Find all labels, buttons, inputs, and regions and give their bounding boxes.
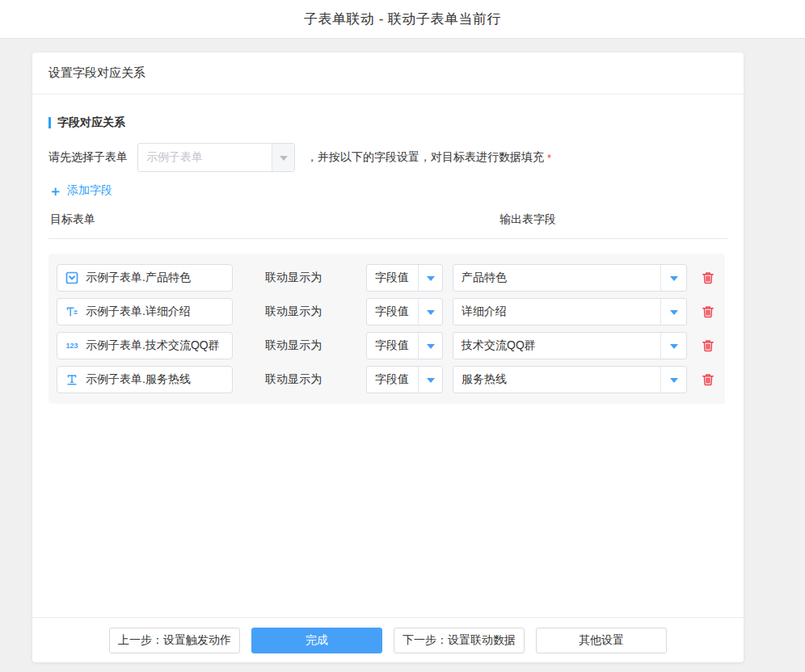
add-field-button[interactable]: ＋ 添加字段 bbox=[48, 183, 112, 198]
mode-select-value: 字段值 bbox=[367, 367, 418, 393]
add-field-label: 添加字段 bbox=[67, 183, 112, 198]
target-field-label: 示例子表单.服务热线 bbox=[86, 372, 191, 387]
mode-select-arrow bbox=[418, 333, 442, 359]
chevron-down-icon bbox=[670, 344, 678, 349]
header-divider bbox=[48, 238, 727, 239]
trash-icon bbox=[701, 271, 715, 285]
textarea-field-icon bbox=[65, 305, 78, 318]
other-settings-button[interactable]: 其他设置 bbox=[536, 628, 667, 653]
target-field-box[interactable]: 示例子表单.服务热线 bbox=[57, 366, 233, 393]
mode-select[interactable]: 字段值 bbox=[366, 298, 443, 326]
trash-icon bbox=[701, 338, 715, 353]
subform-select-label: 请先选择子表单 bbox=[48, 150, 128, 165]
subform-select-arrow bbox=[272, 144, 294, 171]
column-header-output: 输出表字段 bbox=[499, 212, 556, 227]
next-step-button[interactable]: 下一步：设置联动数据 bbox=[394, 628, 525, 653]
section-accent-bar bbox=[48, 117, 51, 128]
section-title-row: 字段对应关系 bbox=[48, 116, 727, 130]
field-mapping-panel: 示例子表单.产品特色 联动显示为 字段值 产品特色 bbox=[48, 254, 725, 404]
top-bar: 子表单联动 - 联动子表单当前行 bbox=[0, 0, 805, 39]
mode-select[interactable]: 字段值 bbox=[366, 264, 443, 292]
output-field-value: 产品特色 bbox=[453, 265, 660, 291]
target-field-box[interactable]: 示例子表单.详细介绍 bbox=[57, 298, 233, 326]
mode-select-arrow bbox=[418, 265, 442, 291]
target-field-label: 示例子表单.详细介绍 bbox=[86, 304, 191, 319]
card-header: 设置字段对应关系 bbox=[32, 52, 744, 94]
dropdown-field-icon bbox=[65, 271, 78, 284]
chevron-down-icon bbox=[670, 310, 678, 315]
field-mapping-row: 示例子表单.服务热线 联动显示为 字段值 服务热线 bbox=[57, 366, 725, 393]
field-mapping-row: 示例子表单.详细介绍 联动显示为 字段值 详细介绍 bbox=[57, 298, 725, 326]
relation-label: 联动显示为 bbox=[265, 372, 322, 387]
delete-row-button[interactable] bbox=[699, 269, 717, 287]
chevron-down-icon bbox=[427, 276, 435, 281]
chooser-description: ，并按以下的字段设置，对目标表进行数据填充 bbox=[306, 150, 544, 165]
done-button[interactable]: 完成 bbox=[251, 628, 382, 653]
trash-icon bbox=[701, 304, 715, 319]
chevron-down-icon bbox=[427, 310, 435, 315]
output-field-value: 详细介绍 bbox=[453, 299, 660, 325]
text-field-icon bbox=[65, 373, 78, 386]
output-field-select[interactable]: 详细介绍 bbox=[453, 298, 687, 326]
mode-select-arrow bbox=[418, 367, 442, 393]
target-field-box[interactable]: 示例子表单.产品特色 bbox=[57, 264, 233, 292]
output-select-arrow bbox=[660, 265, 686, 291]
card-footer: 上一步：设置触发动作 完成 下一步：设置联动数据 其他设置 bbox=[32, 617, 744, 662]
output-field-value: 技术交流QQ群 bbox=[453, 333, 660, 359]
mode-select[interactable]: 字段值 bbox=[366, 366, 443, 393]
trash-icon bbox=[701, 372, 715, 387]
page-title: 子表单联动 - 联动子表单当前行 bbox=[304, 10, 501, 28]
relation-label: 联动显示为 bbox=[265, 304, 322, 319]
delete-row-button[interactable] bbox=[699, 371, 717, 388]
required-asterisk: * bbox=[547, 152, 551, 164]
chevron-down-icon bbox=[427, 344, 435, 349]
target-field-box[interactable]: 123 示例子表单.技术交流QQ群 bbox=[57, 332, 233, 359]
mode-select-arrow bbox=[418, 299, 442, 325]
chevron-down-icon bbox=[427, 378, 435, 383]
output-field-value: 服务热线 bbox=[453, 367, 660, 393]
prev-step-button[interactable]: 上一步：设置触发动作 bbox=[109, 628, 240, 653]
chevron-down-icon bbox=[670, 378, 678, 383]
subform-select[interactable]: 示例子表单 bbox=[137, 143, 295, 172]
column-header-target: 目标表单 bbox=[50, 212, 95, 227]
delete-row-button[interactable] bbox=[699, 337, 717, 355]
mode-select-value: 字段值 bbox=[367, 265, 418, 291]
chevron-down-icon bbox=[280, 156, 288, 161]
output-field-select[interactable]: 产品特色 bbox=[453, 264, 687, 292]
output-select-arrow bbox=[660, 333, 686, 359]
subform-select-value: 示例子表单 bbox=[138, 144, 272, 171]
output-field-select[interactable]: 服务热线 bbox=[453, 366, 687, 393]
mode-select-value: 字段值 bbox=[367, 333, 418, 359]
chevron-down-icon bbox=[670, 276, 678, 281]
field-mapping-row: 示例子表单.产品特色 联动显示为 字段值 产品特色 bbox=[57, 264, 725, 292]
number-field-icon: 123 bbox=[65, 339, 78, 352]
column-headers: 目标表单 输出表字段 bbox=[48, 212, 727, 230]
target-field-label: 示例子表单.技术交流QQ群 bbox=[86, 338, 220, 353]
card-title: 设置字段对应关系 bbox=[48, 65, 145, 81]
mode-select[interactable]: 字段值 bbox=[366, 332, 443, 359]
delete-row-button[interactable] bbox=[699, 303, 717, 321]
output-select-arrow bbox=[660, 299, 686, 325]
relation-label: 联动显示为 bbox=[265, 271, 322, 285]
target-field-label: 示例子表单.产品特色 bbox=[86, 271, 191, 285]
plus-icon: ＋ bbox=[48, 184, 62, 198]
settings-card: 设置字段对应关系 字段对应关系 请先选择子表单 示例子表单 ，并按以下的字段设置… bbox=[32, 52, 744, 662]
relation-label: 联动显示为 bbox=[265, 338, 322, 353]
section-title: 字段对应关系 bbox=[57, 116, 125, 130]
mode-select-value: 字段值 bbox=[367, 299, 418, 325]
subform-chooser-line: 请先选择子表单 示例子表单 ，并按以下的字段设置，对目标表进行数据填充 * bbox=[48, 143, 727, 172]
output-field-select[interactable]: 技术交流QQ群 bbox=[453, 332, 687, 359]
card-body: 字段对应关系 请先选择子表单 示例子表单 ，并按以下的字段设置，对目标表进行数据… bbox=[32, 94, 744, 617]
output-select-arrow bbox=[660, 367, 686, 393]
field-mapping-row: 123 示例子表单.技术交流QQ群 联动显示为 字段值 技术交流QQ群 bbox=[57, 332, 725, 359]
